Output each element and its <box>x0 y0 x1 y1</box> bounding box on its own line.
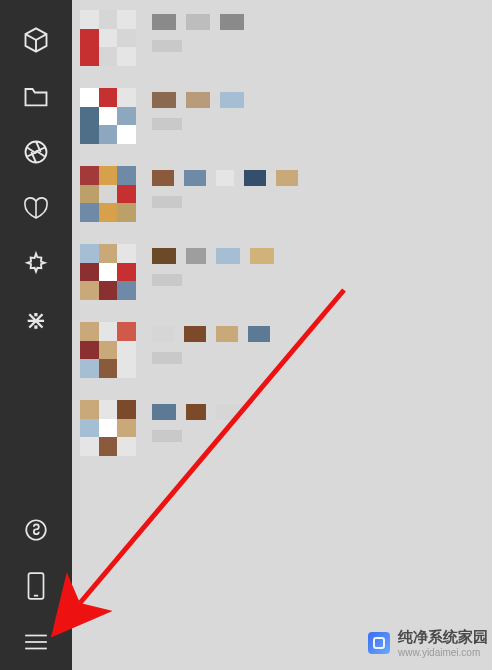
nav-mobile[interactable] <box>0 558 72 614</box>
app-root: ⋇ <box>0 0 500 670</box>
list-item-meta <box>152 166 298 208</box>
list-item-title <box>152 248 274 264</box>
list-item-meta <box>152 244 274 286</box>
list-item-meta <box>152 10 244 52</box>
nav-aperture[interactable] <box>0 124 72 180</box>
list-item-subtitle <box>152 352 270 364</box>
list-item-thumbnail <box>80 166 136 222</box>
list-item-title <box>152 92 244 108</box>
watermark-title: 纯净系统家园 <box>398 628 488 647</box>
list-item-meta <box>152 400 246 442</box>
list-item-title <box>152 326 270 342</box>
list-item-thumbnail <box>80 322 136 378</box>
list-item-subtitle <box>152 40 244 52</box>
list-item[interactable] <box>80 400 484 456</box>
content-list <box>72 0 492 670</box>
star-icon <box>22 250 50 278</box>
aperture-icon <box>22 138 50 166</box>
butterfly-icon <box>22 195 50 221</box>
list-item-meta <box>152 88 244 130</box>
watermark-url: www.yidaimei.com <box>398 647 488 658</box>
nav-cube[interactable] <box>0 12 72 68</box>
window-edge <box>492 0 500 670</box>
list-item-thumbnail <box>80 88 136 144</box>
list-item-subtitle <box>152 196 298 208</box>
sidebar: ⋇ <box>0 0 72 670</box>
list-item-meta <box>152 322 270 364</box>
list-item-thumbnail <box>80 10 136 66</box>
list-item-title <box>152 14 244 30</box>
mini-program-icon <box>23 517 49 543</box>
nav-spark[interactable]: ⋇ <box>0 292 72 348</box>
list-item[interactable] <box>80 244 484 300</box>
list-item[interactable] <box>80 322 484 378</box>
list-item-title <box>152 170 298 186</box>
hamburger-icon <box>23 631 49 653</box>
list-item[interactable] <box>80 10 484 66</box>
watermark-logo-icon <box>368 632 390 654</box>
list-item-thumbnail <box>80 400 136 456</box>
nav-menu[interactable] <box>0 614 72 670</box>
cube-icon <box>22 26 50 54</box>
nav-mini-program[interactable] <box>0 502 72 558</box>
mobile-icon <box>25 571 47 601</box>
spark-icon: ⋇ <box>25 307 47 333</box>
list-item-subtitle <box>152 430 246 442</box>
list-item[interactable] <box>80 88 484 144</box>
watermark: 纯净系统家园 www.yidaimei.com <box>368 628 488 658</box>
list-item-thumbnail <box>80 244 136 300</box>
list-item-title <box>152 404 246 420</box>
nav-channels[interactable] <box>0 180 72 236</box>
nav-folder[interactable] <box>0 68 72 124</box>
list-item[interactable] <box>80 166 484 222</box>
nav-discover[interactable] <box>0 236 72 292</box>
list-item-subtitle <box>152 118 244 130</box>
folder-icon <box>22 83 50 109</box>
list-item-subtitle <box>152 274 274 286</box>
